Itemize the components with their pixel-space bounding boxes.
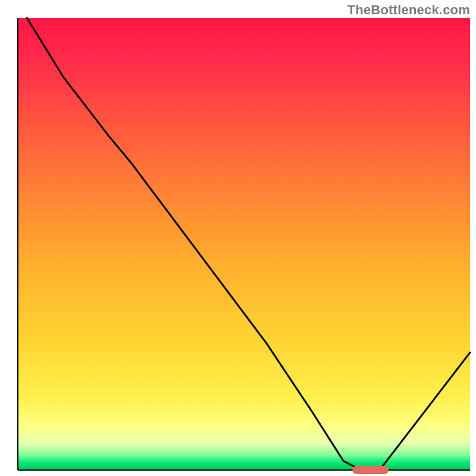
watermark-text: TheBottleneck.com xyxy=(347,2,470,18)
plot-background xyxy=(18,18,470,470)
chart-svg xyxy=(0,0,476,476)
optimal-range-marker xyxy=(352,466,389,474)
chart-container: TheBottleneck.com xyxy=(0,0,476,476)
